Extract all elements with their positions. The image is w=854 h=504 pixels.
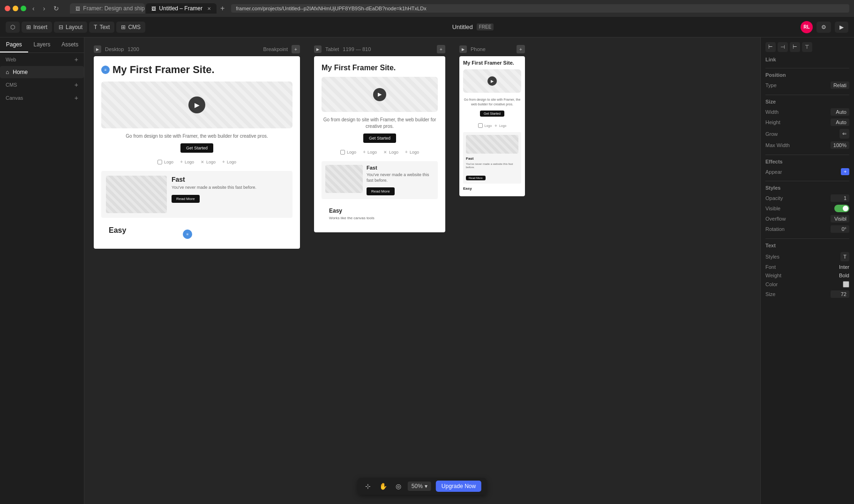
type-value[interactable]: Relati: [831, 82, 849, 89]
canvas-area[interactable]: ▶ Desktop 1200 Breakpoint + ≡ My First F…: [84, 37, 760, 504]
project-title: Untitled: [452, 23, 473, 30]
tablet-site-content: My First Framer Site. ▶ Go from design t…: [314, 56, 445, 232]
color-swatch[interactable]: [843, 281, 849, 288]
logo-icon-2: [180, 159, 183, 164]
logo-item-3: Logo: [201, 160, 216, 164]
divider-5: [765, 238, 849, 239]
desktop-width: 1200: [127, 46, 139, 52]
desktop-video[interactable]: ▶: [101, 82, 292, 128]
weight-value[interactable]: Bold: [839, 273, 849, 278]
phone-video[interactable]: ▶: [463, 69, 521, 93]
phone-play-icon[interactable]: ▶: [487, 76, 497, 86]
tablet-play-button[interactable]: ▶: [314, 45, 322, 53]
t-read-more-button[interactable]: Read More: [367, 187, 395, 195]
tablet-video[interactable]: ▶: [322, 77, 438, 112]
max-width-value[interactable]: 100%: [831, 141, 849, 149]
color-row: Color: [765, 281, 849, 288]
phone-play-button[interactable]: ▶: [459, 45, 467, 53]
canvas-inner: ▶ Desktop 1200 Breakpoint + ≡ My First F…: [84, 37, 760, 258]
cms-button[interactable]: ⊞ CMS: [116, 22, 145, 33]
upgrade-button[interactable]: Upgrade Now: [436, 481, 481, 492]
color-label: Color: [765, 282, 778, 287]
align-right-button[interactable]: ⊢: [790, 42, 800, 52]
align-top-button[interactable]: ⊤: [802, 42, 812, 52]
sidebar-item-home[interactable]: ⌂ Home: [0, 66, 84, 78]
grow-button[interactable]: ⇐: [839, 129, 849, 139]
t-logo-icon-1: [340, 150, 345, 155]
canvas-section-header[interactable]: Canvas +: [0, 91, 84, 104]
tablet-get-started-button[interactable]: Get Started: [363, 133, 396, 143]
forward-button[interactable]: ›: [41, 4, 48, 13]
visible-toggle[interactable]: [834, 205, 849, 212]
width-value[interactable]: Auto: [831, 108, 849, 116]
height-value[interactable]: Auto: [831, 119, 849, 126]
tablet-fast-section: Fast You've never made a website this fa…: [322, 161, 438, 199]
divider-2: [765, 95, 849, 95]
appear-add-button[interactable]: +: [841, 168, 849, 175]
add-breakpoint-button[interactable]: +: [292, 45, 300, 53]
text-section: Text Styles T Font Inter Weight Bold Col…: [765, 243, 849, 298]
size-sub-value[interactable]: 72: [831, 290, 849, 298]
t-fast-feature-image: [325, 165, 363, 193]
add-phone-breakpoint-button[interactable]: +: [517, 45, 525, 53]
t-logo-icon-3: [383, 150, 387, 155]
tablet-logo-3: Logo: [383, 150, 398, 155]
size-section-title: Size: [765, 99, 849, 104]
effects-section: Effects Appear +: [765, 159, 849, 175]
tablet-play-icon[interactable]: ▶: [373, 88, 386, 101]
tablet-site-title: My First Framer Site.: [322, 64, 438, 72]
tablet-easy-section: Easy Works like the canvas tools: [322, 203, 438, 225]
framer-menu-button[interactable]: ⬡: [6, 22, 20, 33]
hand-tool-button[interactable]: ✋: [377, 481, 389, 492]
add-tab-button[interactable]: +: [217, 3, 227, 14]
toolbar-center: Untitled FREE: [148, 23, 798, 30]
preview-button[interactable]: ▶: [835, 22, 848, 33]
cms-section-header[interactable]: CMS +: [0, 78, 84, 91]
t-logo-icon-4: [405, 149, 408, 155]
browser-tab-framer[interactable]: 🖼 Framer: Design and ship your... ✕: [70, 3, 145, 14]
user-avatar[interactable]: RL: [801, 21, 813, 33]
text-style-button[interactable]: T: [840, 252, 849, 261]
opacity-value[interactable]: 1: [831, 194, 849, 202]
desktop-play-icon[interactable]: ▶: [188, 96, 205, 113]
zoom-tool-button[interactable]: ◎: [394, 481, 403, 492]
tab-pages[interactable]: Pages: [0, 37, 28, 52]
tab-close-icon[interactable]: ✕: [207, 6, 211, 11]
rotation-value[interactable]: 0°: [831, 225, 849, 233]
refresh-button[interactable]: ↻: [51, 4, 61, 13]
text-button[interactable]: T Text: [89, 22, 114, 33]
close-dot[interactable]: [5, 6, 10, 11]
fast-read-more-button[interactable]: Read More: [172, 195, 200, 203]
layout-button[interactable]: ⊟ Layout: [54, 22, 87, 33]
back-button[interactable]: ‹: [30, 4, 37, 13]
settings-button[interactable]: ⚙: [817, 22, 831, 33]
logo-item-2: Logo: [180, 159, 194, 164]
add-tablet-breakpoint-button[interactable]: +: [437, 45, 445, 53]
pointer-tool-button[interactable]: ⊹: [363, 481, 373, 492]
insert-button[interactable]: ⊞ Insert: [22, 22, 52, 33]
desktop-play-button[interactable]: ▶: [94, 45, 101, 53]
minimize-dot[interactable]: [13, 6, 18, 11]
cms-icon: ⊞: [121, 24, 126, 30]
align-center-button[interactable]: ⊣: [778, 42, 788, 52]
tab-layers[interactable]: Layers: [28, 37, 56, 52]
phone-logo-row: Logo Logo: [463, 123, 521, 128]
font-value[interactable]: Inter: [839, 264, 849, 270]
tab-assets[interactable]: Assets: [56, 37, 84, 52]
tablet-logo-4: Logo: [405, 149, 419, 155]
browser-tab-untitled[interactable]: 🖼 Untitled – Framer ✕: [146, 3, 217, 14]
phone-get-started-button[interactable]: Get Started: [480, 111, 504, 117]
align-left-button[interactable]: ⊢: [765, 42, 776, 52]
zoom-control[interactable]: 50% ▾: [408, 482, 431, 491]
overflow-label: Overflow: [765, 216, 786, 222]
p-read-more-button[interactable]: Read More: [466, 176, 486, 180]
desktop-get-started-button[interactable]: Get Started: [180, 143, 213, 153]
add-web-button[interactable]: +: [75, 56, 78, 63]
add-cms-button[interactable]: +: [75, 81, 78, 89]
web-section-header[interactable]: Web +: [0, 53, 84, 66]
grow-label: Grow: [765, 131, 778, 137]
maximize-dot[interactable]: [21, 6, 26, 11]
overflow-value[interactable]: Visibl: [831, 215, 849, 222]
add-canvas-button[interactable]: +: [75, 94, 78, 102]
address-bar[interactable]: framer.com/projects/Untitled--p2IAfxNHmU…: [231, 4, 849, 13]
